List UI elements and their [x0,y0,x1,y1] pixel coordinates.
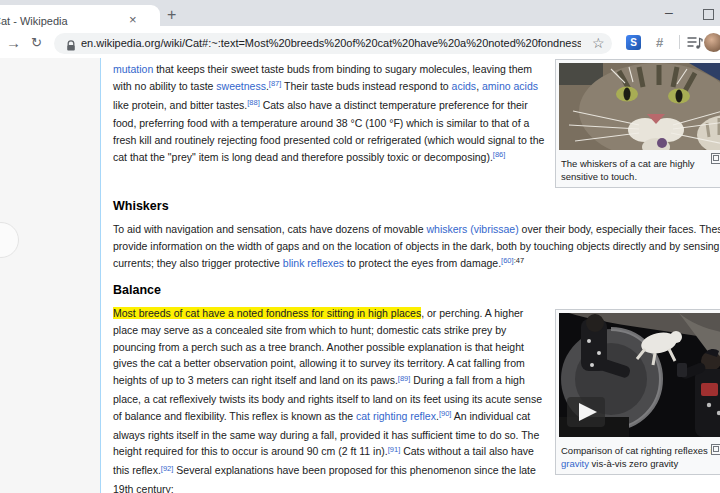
text-segment: To aid with navigation and sensation, ca… [113,223,426,235]
playlist-note-extension-icon[interactable] [687,35,703,54]
reference-link[interactable]: [88] [247,98,260,107]
wiki-link[interactable]: cat righting reflex [356,410,436,422]
section-heading-balance: Balance [113,283,161,297]
tab-title: Cat - Wikipedia [0,15,111,27]
tab-close-icon[interactable]: × [129,13,137,26]
paragraph-balance: Most breeds of cat have a noted fondness… [113,305,549,493]
video-thumbnail-caption: Comparison of cat righting reflexes in g… [559,441,720,471]
text-segment: like protein, and bitter tastes. [113,99,247,111]
padlock-icon[interactable] [66,38,76,56]
browser-window: { "theme": { "accent_line": "#4b8bd5", "… [0,0,720,493]
bookmark-star-icon[interactable]: ☆ [592,35,605,51]
highlighted-text: Most breeds of cat have a noted fondness… [113,307,421,319]
reference-link[interactable]: [90] [439,409,452,418]
reference-link[interactable]: [86] [493,150,506,159]
new-tab-button[interactable]: + [167,6,176,24]
cat-whiskers-thumbnail[interactable]: The whiskers of a cat are highly sensiti… [555,59,720,188]
reference-link[interactable]: [91] [388,445,401,454]
wiki-link[interactable]: whiskers (vibrissae) [426,223,518,235]
paragraph-taste: mutation that keeps their sweet taste bu… [113,61,549,168]
reload-icon[interactable]: ↻ [31,34,42,52]
cat-thumbnail-caption: The whiskers of a cat are highly sensiti… [559,154,720,184]
tab-cat-wikipedia[interactable]: Cat - Wikipedia × [0,5,160,28]
wiki-link[interactable]: acids [452,80,477,92]
window-maximize-button[interactable] [703,9,714,20]
blue-extension-icon[interactable]: S [626,35,641,50]
wiki-link[interactable]: blink reflexes [283,257,344,269]
text-segment: to protect the eyes from damage. [344,257,501,269]
url-text[interactable]: en.wikipedia.org/wiki/Cat#:~:text=Most%2… [81,37,581,50]
reference-link[interactable]: [87] [269,79,282,88]
forward-icon[interactable]: → [6,33,21,53]
cat-righting-video-thumbnail[interactable]: Comparison of cat righting reflexes in g… [555,309,720,475]
text-segment: Several explanations have been proposed … [113,464,536,493]
thumbnail-expand-icon[interactable] [711,153,720,164]
profile-avatar[interactable] [704,33,720,52]
reference-link[interactable]: [89] [398,374,411,383]
cat-righting-video-image[interactable] [559,313,720,441]
wikipedia-sidebar-area [0,58,101,493]
wiki-link[interactable]: gravity [561,458,589,469]
text-segment: Their taste buds instead respond to [281,80,451,92]
wiki-link[interactable]: mutation [113,63,153,75]
text-segment: :47 [514,256,524,265]
reference-link[interactable]: [92] [161,464,174,473]
text-segment: Comparison of cat righting reflexes in [561,445,718,456]
hash-extension-icon[interactable]: # [656,34,663,51]
text-segment: vis-à-vis zero gravity [589,458,678,469]
wiki-link[interactable]: sweetness [216,80,266,92]
toolbar-divider [679,35,680,49]
reference-link[interactable]: [60] [501,256,514,265]
wiki-link[interactable]: amino acids [482,80,538,92]
section-heading-whiskers: Whiskers [113,199,169,213]
cat-whiskers-image[interactable] [559,63,720,154]
paragraph-whiskers: To aid with navigation and sensation, ca… [113,221,720,273]
thumbnail-expand-icon[interactable] [711,444,720,455]
window-minimize-button[interactable]: – [658,4,680,20]
